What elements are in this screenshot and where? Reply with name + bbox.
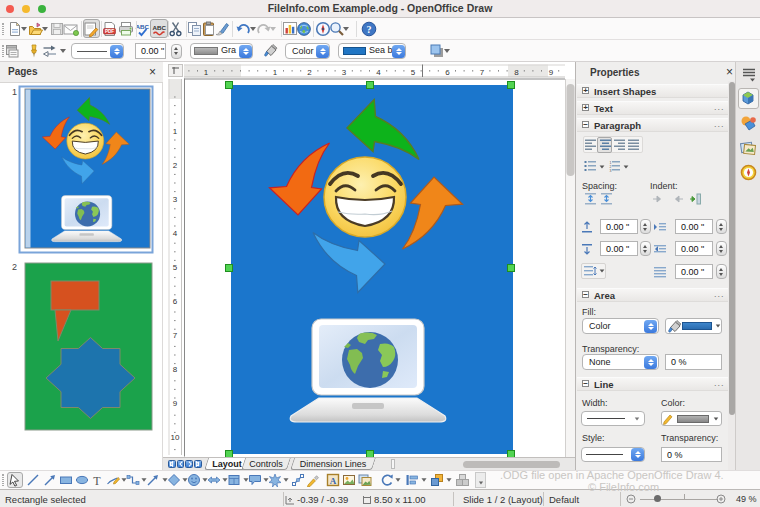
svg-text:4: 4: [173, 229, 178, 238]
svg-text:8: 8: [514, 68, 519, 77]
svg-text:ABC: ABC: [136, 23, 150, 30]
svg-text:1: 1: [273, 68, 278, 77]
svg-text:9: 9: [549, 68, 554, 77]
svg-text:1: 1: [204, 68, 209, 77]
svg-text:7: 7: [480, 68, 485, 77]
svg-text:10: 10: [171, 433, 180, 442]
svg-text:8: 8: [173, 365, 178, 374]
svg-text:1: 1: [12, 87, 17, 97]
svg-text:ABC: ABC: [153, 24, 167, 31]
svg-text:?: ?: [367, 24, 372, 35]
svg-text:6: 6: [173, 297, 178, 306]
svg-text:2: 2: [12, 262, 17, 272]
svg-text:PDF: PDF: [105, 29, 114, 34]
svg-text:1: 1: [173, 127, 178, 136]
svg-text:7: 7: [173, 331, 178, 340]
svg-text:9: 9: [173, 399, 178, 408]
svg-text:2: 2: [173, 161, 178, 170]
svg-text:3: 3: [610, 169, 612, 173]
svg-text:6: 6: [445, 68, 450, 77]
svg-text:4: 4: [376, 68, 381, 77]
svg-text:2: 2: [307, 68, 312, 77]
svg-text:5: 5: [173, 263, 178, 272]
svg-text:5: 5: [411, 68, 416, 77]
svg-text:3: 3: [342, 68, 347, 77]
svg-text:3: 3: [173, 195, 178, 204]
svg-text:T: T: [93, 474, 101, 488]
svg-text:A: A: [330, 476, 337, 486]
